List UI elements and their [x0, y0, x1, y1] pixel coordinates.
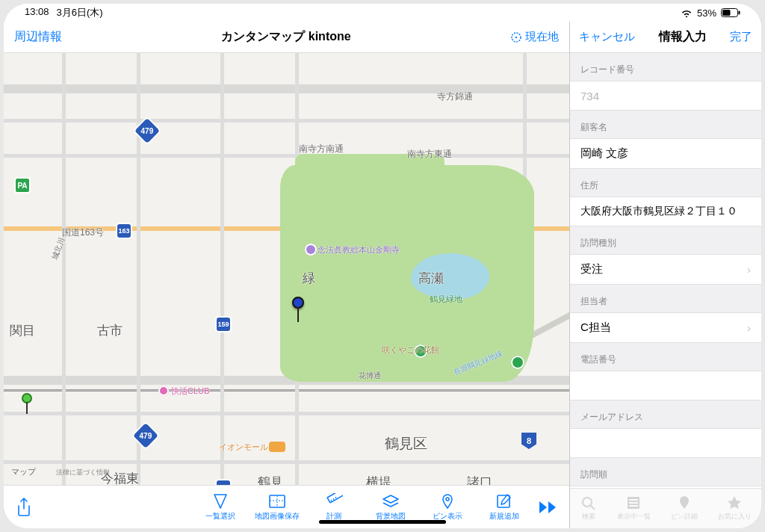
battery-percent: 53% — [697, 7, 716, 19]
home-indicator[interactable] — [319, 520, 446, 524]
form-title: 情報入力 — [635, 29, 730, 45]
map-label: 古市 — [97, 322, 123, 339]
route-shield-15: 15 — [215, 479, 232, 485]
tab-favorite: お気に入り — [718, 495, 752, 522]
map-label: 南寺方東通 — [407, 148, 452, 161]
share-button[interactable] — [11, 498, 37, 517]
toolbar-measure[interactable]: 計測 — [308, 493, 360, 522]
svg-rect-8 — [498, 495, 510, 507]
map-attribution: マップ — [11, 466, 36, 477]
toolbar-basemap[interactable]: 背景地図 — [365, 493, 417, 522]
locate-icon — [510, 31, 522, 43]
visit-type-value: 受注 — [580, 262, 603, 276]
toolbar-label: 新規追加 — [489, 511, 519, 522]
svg-rect-12 — [629, 502, 638, 504]
customer-field[interactable]: 岡崎 文彦 — [570, 138, 761, 169]
map-label: 念法眞教総本山金剛寺 — [318, 244, 400, 256]
route-shield-163: 163 — [116, 223, 132, 239]
tab-search: 検索 — [580, 495, 597, 522]
toolbar-list-select[interactable]: 一覧選択 — [194, 493, 247, 522]
phone-field[interactable] — [570, 371, 761, 400]
map-label: 南寺方南通 — [299, 143, 344, 155]
toolbar-pin-show[interactable]: ピン表示 — [421, 493, 474, 522]
locate-button[interactable]: 現在地 — [510, 30, 559, 44]
nearby-info-button[interactable]: 周辺情報 — [14, 29, 62, 45]
svg-point-4 — [515, 36, 517, 37]
map-label: 諸口 — [467, 474, 492, 485]
svg-point-9 — [583, 498, 592, 507]
map-label: 関目 — [10, 322, 35, 339]
svg-rect-2 — [739, 11, 740, 15]
email-field[interactable] — [570, 428, 761, 458]
address-field[interactable]: 大阪府大阪市鶴見区緑２丁目１０ — [570, 197, 761, 226]
svg-rect-6 — [327, 493, 343, 503]
map-label: 寺方錦通 — [437, 90, 473, 103]
customer-label: 顧客名 — [570, 111, 761, 138]
toolbar-label: 地図画像保存 — [255, 511, 300, 522]
map-pin[interactable] — [22, 393, 32, 403]
map-label: 鶴見 — [258, 474, 283, 485]
pa-shield: PA — [14, 177, 31, 194]
wifi-icon — [681, 8, 693, 17]
map-label: 緑 — [303, 270, 315, 287]
map-legal[interactable]: 法律に基づく情報 — [56, 468, 110, 477]
svg-rect-13 — [629, 505, 638, 507]
tab-label: 検索 — [582, 512, 595, 522]
assignee-field[interactable]: C担当 › — [570, 312, 761, 343]
done-button[interactable]: 完了 — [730, 30, 752, 44]
form-scroll[interactable]: レコード番号 734 顧客名 岡崎 文彦 住所 大阪府大阪市鶴見区緑２丁目１０ … — [570, 53, 761, 488]
map-label: 鶴見区 — [385, 434, 427, 454]
tab-list: 表示中一覧 — [617, 495, 651, 522]
status-date: 3月6日(木) — [57, 6, 103, 19]
record-no-label: レコード番号 — [570, 53, 761, 81]
cancel-button[interactable]: キャンセル — [579, 30, 635, 44]
map-canvas[interactable]: 479 479 163 159 8 15 PA 寺方錦通 南寺方南通 南寺方東通… — [4, 53, 569, 485]
map-label: 横堤 — [366, 474, 391, 485]
route-shield-479: 479 — [131, 421, 161, 451]
email-label: メールアドレス — [570, 400, 761, 428]
svg-rect-1 — [722, 10, 731, 16]
form-header: キャンセル 情報入力 完了 — [570, 22, 761, 53]
route-shield-8: 8 — [521, 433, 536, 449]
tab-label: 表示中一覧 — [617, 512, 651, 522]
map-label: 花博通 — [359, 371, 381, 381]
locate-label: 現在地 — [525, 30, 559, 44]
map-pin-selected[interactable] — [292, 297, 304, 309]
route-shield-159: 159 — [215, 316, 232, 332]
svg-point-7 — [446, 498, 449, 501]
battery-icon — [721, 8, 740, 17]
toolbar-label: 一覧選択 — [205, 511, 235, 522]
poi-icon — [269, 442, 285, 452]
svg-rect-11 — [629, 499, 638, 501]
temple-poi-icon — [305, 244, 317, 256]
phone-label: 電話番号 — [570, 343, 761, 371]
map-label: 咲くやこの花館 — [382, 344, 439, 356]
map-header: 周辺情報 カンタンマップ kintone 現在地 — [4, 22, 569, 53]
visit-type-field[interactable]: 受注 › — [570, 254, 761, 285]
chevron-right-icon: › — [747, 321, 751, 334]
status-bar: 13:08 3月6日(木) 53% — [4, 4, 761, 22]
assignee-label: 担当者 — [570, 285, 761, 312]
map-label: 高瀬 — [418, 270, 444, 287]
toolbar-add-new[interactable]: 新規追加 — [478, 493, 530, 522]
map-label: 鶴見緑地 — [430, 294, 462, 305]
visit-type-label: 訪問種別 — [570, 226, 761, 254]
park-poi-icon — [511, 356, 524, 369]
tab-label: お気に入り — [718, 512, 752, 522]
visit-order-label: 訪問順 — [570, 458, 761, 486]
map-label: イオンモール — [219, 442, 268, 453]
assignee-value: C担当 — [580, 321, 611, 335]
record-no-field[interactable]: 734 — [570, 81, 761, 111]
tab-label: ピン詳細 — [671, 512, 698, 522]
toolbar-save-image[interactable]: 地図画像保存 — [251, 493, 303, 522]
map-label: 国道163号 — [62, 226, 104, 239]
map-label: 快活CLUB — [171, 386, 209, 397]
right-tabs: 検索 表示中一覧 ピン詳細 お気に入り — [570, 488, 761, 528]
chevron-right-icon: › — [747, 263, 751, 276]
toolbar-fast-forward[interactable] — [535, 501, 562, 514]
address-label: 住所 — [570, 169, 761, 197]
poi-icon — [158, 386, 169, 396]
status-time: 13:08 — [25, 6, 49, 19]
app-title: カンタンマップ kintone — [62, 29, 510, 45]
tab-pin-detail: ピン詳細 — [671, 495, 698, 522]
